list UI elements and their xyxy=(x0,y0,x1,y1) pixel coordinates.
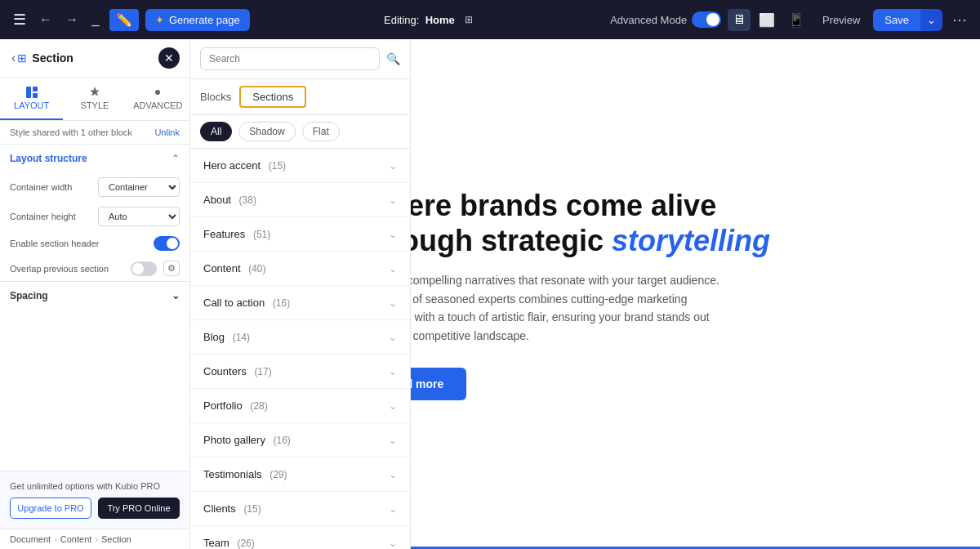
topbar: ☰ ← → ⎯ ✏️ ✦ Generate page Editing: Home… xyxy=(0,0,980,39)
save-button[interactable]: Save xyxy=(873,9,920,31)
enable-section-header-label: Enable section header xyxy=(10,239,147,248)
topbar-right: Advanced Mode 🖥 ⬜ 📱 Preview Save ⌄ ⋯ xyxy=(610,7,970,32)
main-container: ‹ ⊞ Section ✕ ➜ LAYOUT STYLE ADVANCED St… xyxy=(0,39,980,549)
panel-back-button[interactable]: ‹ xyxy=(10,49,17,67)
section-list-item[interactable]: Call to action (16) ⌄ xyxy=(190,286,410,320)
filter-shadow-button[interactable]: Shadow xyxy=(238,122,295,141)
advanced-tab-icon xyxy=(151,86,164,99)
section-item-name: Call to action xyxy=(203,297,265,309)
sections-tab-button[interactable]: Sections xyxy=(239,86,306,108)
section-list-item[interactable]: Features (51) ⌄ xyxy=(190,217,410,252)
filter-all-button[interactable]: All xyxy=(200,122,232,141)
section-item-name: Blog xyxy=(203,331,225,343)
layout-structure-header[interactable]: Layout structure ⌃ xyxy=(0,145,189,172)
section-item-chevron-icon: ⌄ xyxy=(389,297,397,309)
section-item-chevron-icon: ⌄ xyxy=(389,503,397,515)
canvas-heading: Where brands come alive through strategi… xyxy=(362,188,939,258)
menu-button[interactable]: ☰ xyxy=(10,7,29,32)
section-item-chevron-icon: ⌄ xyxy=(389,366,397,377)
layout-chevron-icon: ⌃ xyxy=(172,153,180,164)
section-item-name: Photo gallery xyxy=(203,434,265,446)
section-item-count: (28) xyxy=(250,400,267,412)
tablet-view-button[interactable]: ⬜ xyxy=(754,9,780,31)
filter-flat-button[interactable]: Flat xyxy=(302,122,340,141)
redo-button[interactable]: → xyxy=(62,9,82,30)
overlap-previous-toggle[interactable] xyxy=(131,261,157,276)
preview-button[interactable]: Preview xyxy=(816,11,866,29)
undo-button[interactable]: ← xyxy=(36,9,56,30)
tab-layout[interactable]: LAYOUT xyxy=(0,78,63,120)
spacing-section: Spacing ⌄ xyxy=(0,281,189,310)
layout-tab-icon xyxy=(25,86,38,99)
blocks-label: Blocks xyxy=(200,91,231,103)
save-dropdown-button[interactable]: ⌄ xyxy=(920,9,942,31)
section-item-name: Portfolio xyxy=(203,399,243,412)
filter-row: All Shadow Flat xyxy=(190,115,410,149)
sections-search-row: 🔍 xyxy=(190,39,410,79)
container-height-select[interactable]: Auto xyxy=(98,207,180,226)
panel-icon: ⊞ xyxy=(17,51,27,65)
section-item-count: (15) xyxy=(243,503,261,515)
breadcrumb-section[interactable]: Section xyxy=(101,534,131,544)
canvas-text-area: Where brands come alive through strategi… xyxy=(321,39,980,549)
tab-style[interactable]: STYLE xyxy=(63,78,126,120)
breadcrumb-document[interactable]: Document xyxy=(10,534,51,544)
canvas-heading-italic: storytelling xyxy=(612,224,770,257)
section-item-chevron-icon: ⌄ xyxy=(389,538,397,549)
section-list-item[interactable]: Testimonials (29) ⌄ xyxy=(190,458,410,492)
container-width-label: Container width xyxy=(10,182,91,192)
section-item-name: Clients xyxy=(203,502,236,515)
section-list-item[interactable]: Content (40) ⌄ xyxy=(190,252,410,286)
panel-close-button[interactable]: ✕ xyxy=(158,47,180,69)
section-item-chevron-icon: ⌄ xyxy=(389,400,397,412)
svg-rect-1 xyxy=(33,87,38,92)
section-list-item[interactable]: Counters (17) ⌄ xyxy=(190,355,410,389)
sections-panel: 🔍 Blocks Sections All Shadow Flat Hero a… xyxy=(190,39,411,549)
section-list-item[interactable]: Blog (14) ⌄ xyxy=(190,320,410,355)
edit-mode-button[interactable]: ✏️ xyxy=(109,9,139,31)
breadcrumb-content[interactable]: Content xyxy=(60,534,92,544)
section-item-name: Content xyxy=(203,262,241,274)
page-settings-button[interactable]: ⊞ xyxy=(461,11,476,29)
section-item-count: (14) xyxy=(233,332,250,343)
section-item-count: (51) xyxy=(253,229,270,240)
section-list-item[interactable]: Clients (15) ⌄ xyxy=(190,492,410,526)
upgrade-text: Get unlimited options with Kubio PRO xyxy=(10,481,180,491)
section-list-item[interactable]: Hero accent (15) ⌄ xyxy=(190,149,410,183)
section-item-count: (16) xyxy=(274,435,291,446)
generate-page-button[interactable]: ✦ Generate page xyxy=(145,9,250,31)
more-options-button[interactable]: ⋯ xyxy=(949,7,970,32)
toggle-panels-button[interactable]: ⎯ xyxy=(88,9,103,30)
section-list-item[interactable]: About (38) ⌄ xyxy=(190,183,410,217)
search-button[interactable]: 🔍 xyxy=(386,52,400,65)
topbar-left: ☰ ← → ⎯ ✏️ ✦ Generate page xyxy=(10,7,250,32)
container-width-select[interactable]: Container xyxy=(98,177,180,197)
enable-section-header-row: Enable section header xyxy=(0,231,189,256)
section-list-item[interactable]: Portfolio (28) ⌄ xyxy=(190,389,410,423)
spacing-title-text: Spacing xyxy=(10,290,48,301)
section-item-count: (38) xyxy=(239,194,256,206)
left-panel: ‹ ⊞ Section ✕ ➜ LAYOUT STYLE ADVANCED St… xyxy=(0,39,190,549)
overlap-previous-row: Overlap previous section ⚙ xyxy=(0,256,189,281)
try-pro-online-button[interactable]: Try PRO Online xyxy=(98,498,180,519)
style-shared-row: Style shared with 1 other block Unlink xyxy=(0,121,189,145)
section-list-item[interactable]: Team (26) ⌄ xyxy=(190,526,410,549)
unlink-button[interactable]: Unlink xyxy=(154,127,180,137)
tab-advanced[interactable]: ADVANCED xyxy=(127,78,189,120)
desktop-view-button[interactable]: 🖥 xyxy=(728,9,751,31)
breadcrumb: Document › Content › Section xyxy=(0,529,189,549)
style-tab-icon xyxy=(88,86,101,99)
mobile-view-button[interactable]: 📱 xyxy=(783,9,809,31)
container-height-row: Container height Auto xyxy=(0,202,189,231)
section-item-name: Testimonials xyxy=(203,468,262,480)
sections-search-input[interactable] xyxy=(200,47,380,70)
enable-section-header-toggle[interactable] xyxy=(154,236,180,251)
upgrade-to-pro-button[interactable]: Upgrade to PRO xyxy=(10,498,91,519)
advanced-mode-toggle[interactable] xyxy=(692,11,721,28)
topbar-center: Editing: Home ⊞ xyxy=(250,11,610,29)
spacing-header[interactable]: Spacing ⌄ xyxy=(10,290,180,301)
blocks-tabs-row: Blocks Sections xyxy=(190,79,410,115)
section-list-item[interactable]: Photo gallery (16) ⌄ xyxy=(190,423,410,458)
overlap-settings-button[interactable]: ⚙ xyxy=(163,261,180,276)
section-item-count: (26) xyxy=(237,538,254,549)
